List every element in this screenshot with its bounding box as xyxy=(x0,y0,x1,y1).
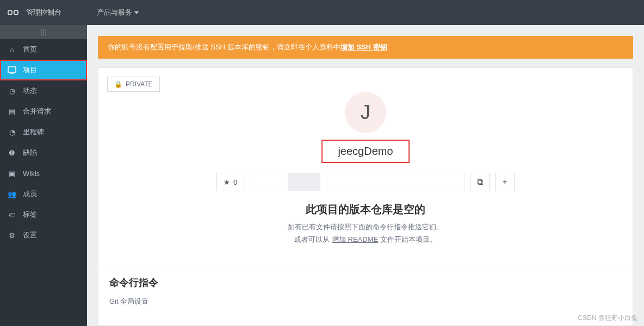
alert-text: 你的账号没有配置用于拉取/推送 SSH 版本库的密钥，请立即在个人资料中 xyxy=(108,42,340,52)
console-title[interactable]: 管理控制台 xyxy=(26,8,87,17)
empty-repo-notice: 此项目的版本仓库是空的 如有已有文件请按照下面的命令行指令推送它们。 或者可以从… xyxy=(107,191,624,258)
private-badge: 🔒 PRIVATE xyxy=(107,77,160,92)
users-icon: 👥 xyxy=(8,190,16,198)
private-label: PRIVATE xyxy=(126,80,153,88)
products-label: 产品与服务 xyxy=(97,8,132,17)
add-readme-link[interactable]: 增加 README xyxy=(332,235,378,243)
copy-icon: ⧉ xyxy=(477,177,483,187)
sidebar-item-label: 设置 xyxy=(23,230,37,240)
protocol-seg-2[interactable] xyxy=(288,173,320,191)
sidebar-item-home[interactable]: ⌂ 首页 xyxy=(0,39,87,60)
gear-icon: ⚙ xyxy=(8,231,16,240)
sidebar-collapse-toggle[interactable]: ||| xyxy=(0,25,87,39)
ssh-key-alert: 你的账号没有配置用于拉取/推送 SSH 版本库的密钥，请立即在个人资料中 增加 … xyxy=(98,36,633,59)
sidebar-item-issues[interactable]: ❶ 缺陷 xyxy=(0,142,87,163)
alert-icon: ❶ xyxy=(8,148,16,157)
sidebar-item-label: 项目 xyxy=(23,65,37,75)
empty-line1: 如有已有文件请按照下面的命令行指令推送它们。 xyxy=(107,222,624,232)
protocol-seg-1[interactable] xyxy=(250,173,282,191)
clock-icon: ◔ xyxy=(8,128,16,136)
topbar: 管理控制台 产品与服务 xyxy=(0,0,644,25)
collapse-icon: ||| xyxy=(41,28,46,36)
svg-rect-2 xyxy=(8,67,16,72)
cmd-subtitle: Git 全局设置 xyxy=(109,297,622,306)
sidebar-item-label: 成员 xyxy=(23,189,37,199)
sidebar-item-settings[interactable]: ⚙ 设置 xyxy=(0,225,87,246)
project-avatar: J xyxy=(345,92,386,133)
tag-icon: 🏷 xyxy=(8,210,16,219)
monitor-icon xyxy=(8,66,16,74)
copy-button[interactable]: ⧉ xyxy=(470,173,490,191)
lock-icon: 🔒 xyxy=(114,80,122,88)
svg-rect-1 xyxy=(14,10,18,14)
chevron-down-icon xyxy=(134,11,139,14)
star-button[interactable]: ★ 0 xyxy=(216,173,244,191)
sidebar-item-projects[interactable]: 项目 xyxy=(0,60,87,80)
sidebar-item-label: 合并请求 xyxy=(23,106,51,116)
sidebar-item-tags[interactable]: 🏷 标签 xyxy=(0,204,87,225)
sidebar-item-merge-requests[interactable]: ▤ 合并请求 xyxy=(0,101,87,122)
chain-icon xyxy=(7,7,19,18)
sidebar-item-label: 动态 xyxy=(23,86,37,96)
layout: ||| ⌂ 首页 项目 ◷ 动态 ▤ 合并请求 ◔ 里程碑 ❶ 缺陷 xyxy=(0,25,644,326)
star-count: 0 xyxy=(233,178,237,186)
add-button[interactable]: + xyxy=(495,173,515,191)
products-dropdown[interactable]: 产品与服务 xyxy=(87,8,148,17)
project-card: 🔒 PRIVATE J jeecgDemo ★ 0 xyxy=(98,67,633,326)
plus-icon: + xyxy=(502,177,507,187)
star-icon: ★ xyxy=(224,178,230,186)
cmd-title: 命令行指令 xyxy=(109,276,622,289)
watermark: CSDN @狂野小白兔 xyxy=(578,314,637,323)
sidebar-item-activity[interactable]: ◷ 动态 xyxy=(0,80,87,101)
sidebar-item-members[interactable]: 👥 成员 xyxy=(0,184,87,204)
gauge-icon: ◷ xyxy=(8,86,16,95)
sidebar-item-label: 首页 xyxy=(23,45,37,54)
avatar-letter: J xyxy=(361,101,370,124)
command-section: 命令行指令 Git 全局设置 xyxy=(98,267,633,315)
list-icon: ▤ xyxy=(8,107,16,116)
content: 你的账号没有配置用于拉取/推送 SSH 版本库的密钥，请立即在个人资料中 增加 … xyxy=(87,25,644,326)
clone-url-field[interactable] xyxy=(326,173,465,191)
sidebar-item-wikis[interactable]: ▣ Wikis xyxy=(0,163,87,184)
sidebar-item-label: 里程碑 xyxy=(23,127,44,137)
project-name: jeecgDemo xyxy=(321,140,409,163)
empty-line2: 或者可以从 增加 README 文件开始本项目。 xyxy=(107,235,624,244)
svg-rect-0 xyxy=(8,10,12,14)
sidebar-item-milestones[interactable]: ◔ 里程碑 xyxy=(0,122,87,142)
home-icon: ⌂ xyxy=(8,45,16,54)
sidebar-item-label: 标签 xyxy=(23,210,37,220)
sidebar-item-label: 缺陷 xyxy=(23,148,37,158)
card-header: 🔒 PRIVATE J jeecgDemo ★ 0 xyxy=(98,68,633,267)
brand-logo[interactable] xyxy=(0,0,26,25)
add-ssh-key-link[interactable]: 增加 SSH 密钥 xyxy=(340,42,387,52)
project-toolbar: ★ 0 ⧉ + xyxy=(107,173,624,191)
empty-title: 此项目的版本仓库是空的 xyxy=(107,202,624,217)
book-icon: ▣ xyxy=(8,169,16,178)
sidebar-item-label: Wikis xyxy=(23,170,40,178)
sidebar: ||| ⌂ 首页 项目 ◷ 动态 ▤ 合并请求 ◔ 里程碑 ❶ 缺陷 xyxy=(0,25,87,326)
